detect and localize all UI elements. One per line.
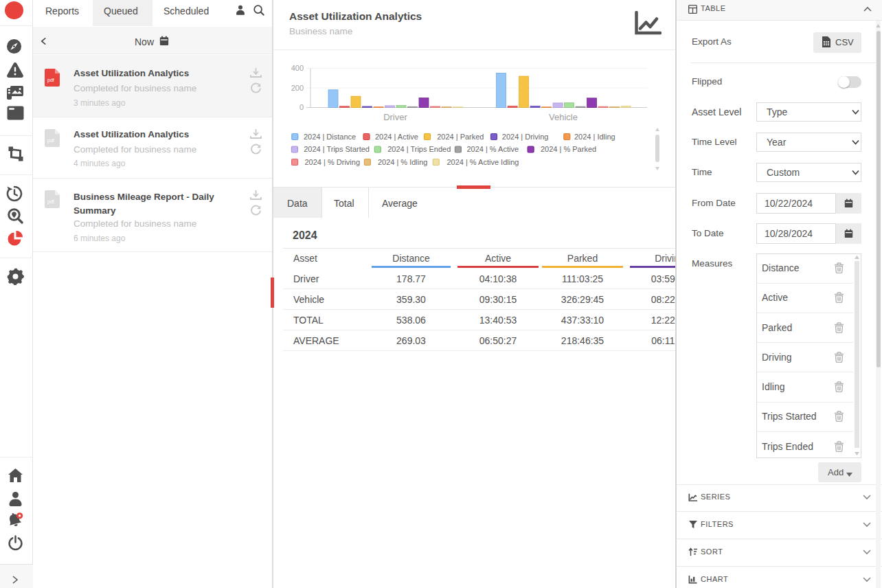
svg-text:2024 | Driving: 2024 | Driving <box>502 133 549 141</box>
svg-text:400: 400 <box>291 64 304 72</box>
svg-text:2024 | Distance: 2024 | Distance <box>304 133 356 141</box>
svg-text:2024 | Active: 2024 | Active <box>375 133 418 141</box>
svg-text:Driver: Driver <box>383 112 407 122</box>
svg-text:2024 | % Parked: 2024 | % Parked <box>541 145 596 153</box>
svg-text:pdf: pdf <box>47 78 54 83</box>
svg-text:2024 | % Driving: 2024 | % Driving <box>305 158 361 166</box>
svg-text:200: 200 <box>291 84 304 92</box>
svg-text:pdf: pdf <box>47 199 54 205</box>
svg-text:Vehicle: Vehicle <box>549 112 578 122</box>
svg-text:0: 0 <box>299 103 304 111</box>
svg-text:2024 | Parked: 2024 | Parked <box>437 133 484 141</box>
svg-text:2024 | Trips Started: 2024 | Trips Started <box>304 145 370 153</box>
svg-text:2024 | Idling: 2024 | Idling <box>574 133 615 141</box>
svg-text:pdf: pdf <box>47 138 54 144</box>
svg-text:2024 | % Idling: 2024 | % Idling <box>378 158 428 166</box>
svg-text:2024 | Trips Ended: 2024 | Trips Ended <box>387 145 451 153</box>
svg-text:2024 | % Active Idling: 2024 | % Active Idling <box>446 158 519 166</box>
svg-text:2024 | % Active: 2024 | % Active <box>466 145 519 153</box>
